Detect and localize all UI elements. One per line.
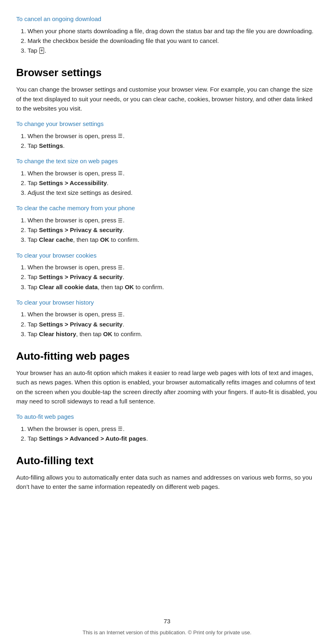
browser-settings-heading: Browser settings xyxy=(16,65,318,81)
list-item: Tap Settings > Advanced > Auto-fit pages… xyxy=(28,434,318,443)
list-item: Mark the checkbox beside the downloading… xyxy=(28,36,318,45)
list-item: When the browser is open, press ☰. xyxy=(28,215,318,225)
list-item: When the browser is open, press ☰. xyxy=(28,309,318,319)
page-footer: 73 This is an Internet version of this p… xyxy=(0,617,334,637)
menu-icon: ☰ xyxy=(118,311,123,319)
cancel-download-heading: To cancel an ongoing download xyxy=(16,15,318,24)
clear-history-steps: When the browser is open, press ☰. Tap S… xyxy=(28,309,318,339)
list-item: Tap Clear history, then tap OK to confir… xyxy=(28,329,318,339)
list-item: When your phone starts downloading a fil… xyxy=(28,26,318,36)
list-item: Tap Settings > Privacy & security. xyxy=(28,320,318,329)
change-browser-heading: To change your browser settings xyxy=(16,119,318,129)
page-content: To cancel an ongoing download When your … xyxy=(0,0,334,519)
clear-cookies-steps: When the browser is open, press ☰. Tap S… xyxy=(28,262,318,292)
cancel-download-section: To cancel an ongoing download When your … xyxy=(16,15,318,55)
auto-fitting-intro: Your browser has an auto-fit option whic… xyxy=(16,368,318,406)
list-item: Adjust the text size settings as desired… xyxy=(28,188,318,197)
list-item: Tap Settings > Privacy & security. xyxy=(28,225,318,235)
change-browser-steps: When the browser is open, press ☰. Tap S… xyxy=(28,131,318,151)
auto-fit-heading: To auto-fit web pages xyxy=(16,412,318,422)
list-item: Tap Clear cache, then tap OK to confirm. xyxy=(28,235,318,244)
auto-fitting-heading: Auto-fitting web pages xyxy=(16,348,318,364)
auto-fit-steps: When the browser is open, press ☰. Tap S… xyxy=(28,424,318,444)
list-item: Tap Settings > Accessibility. xyxy=(28,178,318,188)
clear-cookies-heading: To clear your browser cookies xyxy=(16,251,318,260)
browser-settings-intro: You can change the browser settings and … xyxy=(16,85,318,113)
auto-filling-intro: Auto-filling allows you to automatically… xyxy=(16,473,318,492)
menu-icon: ☰ xyxy=(118,217,123,225)
menu-icon: ☰ xyxy=(118,132,123,140)
list-item: When the browser is open, press ☰. xyxy=(28,262,318,272)
clear-cache-heading: To clear the cache memory from your phon… xyxy=(16,204,318,213)
clear-history-heading: To clear your browser history xyxy=(16,298,318,307)
footer-note: This is an Internet version of this publ… xyxy=(83,629,251,635)
page-number: 73 xyxy=(0,617,334,626)
list-item: When the browser is open, press ☰. xyxy=(28,168,318,178)
cancel-download-steps: When your phone starts downloading a fil… xyxy=(28,26,318,55)
change-text-size-heading: To change the text size on web pages xyxy=(16,157,318,166)
list-item: Tap Settings > Privacy & security. xyxy=(28,272,318,281)
list-item: When the browser is open, press ☰. xyxy=(28,131,318,141)
auto-filling-heading: Auto-filling text xyxy=(16,453,318,469)
change-text-size-steps: When the browser is open, press ☰. Tap S… xyxy=(28,168,318,198)
download-icon xyxy=(39,47,45,54)
clear-cache-steps: When the browser is open, press ☰. Tap S… xyxy=(28,215,318,245)
list-item: Tap Clear all cookie data, then tap OK t… xyxy=(28,282,318,292)
list-item: Tap . xyxy=(28,46,318,55)
menu-icon: ☰ xyxy=(118,425,123,433)
menu-icon: ☰ xyxy=(118,264,123,272)
list-item: Tap Settings. xyxy=(28,141,318,150)
list-item: When the browser is open, press ☰. xyxy=(28,424,318,433)
menu-icon: ☰ xyxy=(118,169,123,177)
